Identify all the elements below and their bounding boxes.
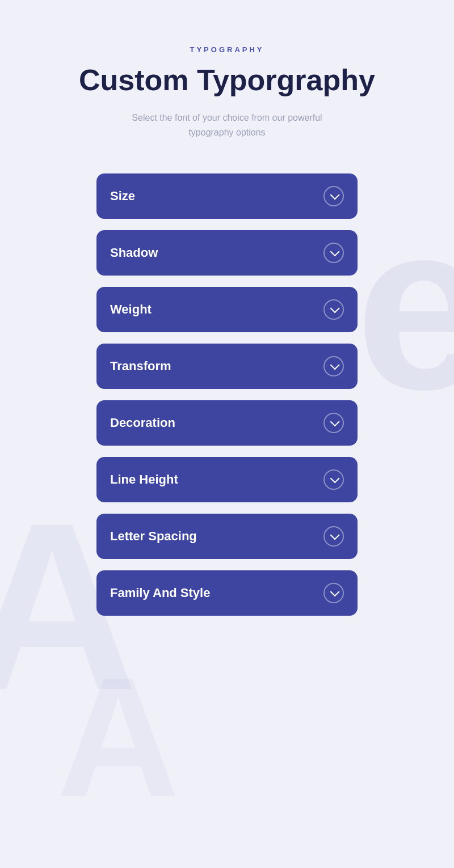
accordion-label-weight: Weight [110,302,152,317]
chevron-down-icon-decoration [323,413,344,433]
chevron-down-icon-size [323,186,344,206]
accordion-item-weight[interactable]: Weight [96,287,358,332]
accordion-list: SizeShadowWeightTransformDecorationLine … [96,173,358,616]
accordion-item-shadow[interactable]: Shadow [96,230,358,276]
bg-letter-e: e [355,187,454,425]
chevron-down-icon-letter-spacing [323,526,344,547]
accordion-label-line-height: Line Height [110,472,178,487]
accordion-label-letter-spacing: Letter Spacing [110,529,197,544]
chevron-down-icon-transform [323,356,344,376]
accordion-item-decoration[interactable]: Decoration [96,400,358,446]
page-title: Custom Typorgraphy [79,63,375,97]
chevron-down-icon-weight [323,299,344,320]
accordion-item-transform[interactable]: Transform [96,344,358,389]
section-label: TYPOGRAPHY [190,45,264,54]
page-description: Select the font of your choice from our … [119,111,335,139]
accordion-label-transform: Transform [110,359,171,374]
page-wrapper: e A A TYPOGRAPHY Custom Typorgraphy Sele… [0,0,454,661]
chevron-down-icon-family-and-style [323,583,344,603]
accordion-label-decoration: Decoration [110,416,175,430]
bg-letter-a2: A [57,652,180,822]
accordion-label-size: Size [110,189,135,204]
accordion-item-family-and-style[interactable]: Family And Style [96,570,358,616]
accordion-item-letter-spacing[interactable]: Letter Spacing [96,514,358,559]
accordion-item-line-height[interactable]: Line Height [96,457,358,502]
accordion-item-size[interactable]: Size [96,173,358,219]
accordion-label-shadow: Shadow [110,245,158,260]
chevron-down-icon-line-height [323,469,344,490]
accordion-label-family-and-style: Family And Style [110,586,210,600]
chevron-down-icon-shadow [323,243,344,263]
